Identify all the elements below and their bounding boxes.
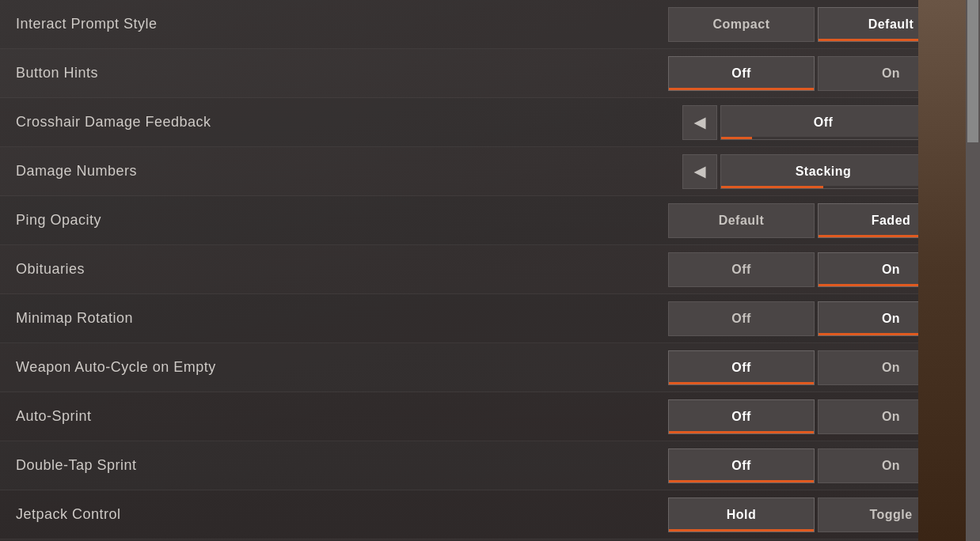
setting-row-damage-numbers: Damage Numbers◀Stacking▶: [0, 147, 980, 196]
setting-label-button-hints: Button Hints: [16, 65, 668, 81]
btn-interact-prompt-style-compact[interactable]: Compact: [668, 7, 815, 42]
setting-row-crosshair-damage-feedback: Crosshair Damage Feedback◀Off▶: [0, 98, 980, 147]
settings-panel: Interact Prompt StyleCompactDefaultButto…: [0, 0, 980, 541]
setting-row-obituaries: ObituariesOffOn: [0, 245, 980, 294]
setting-row-auto-sprint: Auto-SprintOffOn: [0, 392, 980, 441]
btn-jetpack-control-hold[interactable]: Hold: [668, 497, 815, 532]
btn-ping-opacity-default[interactable]: Default: [668, 203, 815, 238]
setting-row-double-tap-sprint: Double-Tap SprintOffOn: [0, 441, 980, 490]
setting-row-interact-prompt-style: Interact Prompt StyleCompactDefault: [0, 0, 980, 49]
scrollbar-thumb[interactable]: [967, 0, 978, 142]
btn-button-hints-off[interactable]: Off: [668, 56, 815, 91]
btn-damage-numbers-left[interactable]: ◀: [682, 154, 717, 189]
btn-crosshair-damage-feedback-value: Off: [720, 105, 926, 140]
setting-label-double-tap-sprint: Double-Tap Sprint: [16, 457, 668, 474]
btn-double-tap-sprint-off[interactable]: Off: [668, 448, 815, 483]
setting-label-crosshair-damage-feedback: Crosshair Damage Feedback: [16, 114, 682, 131]
setting-label-weapon-auto-cycle: Weapon Auto-Cycle on Empty: [16, 359, 668, 376]
btn-crosshair-damage-feedback-left[interactable]: ◀: [682, 105, 717, 140]
setting-row-ping-opacity: Ping OpacityDefaultFaded: [0, 196, 980, 245]
setting-label-ping-opacity: Ping Opacity: [16, 212, 668, 229]
btn-obituaries-off[interactable]: Off: [668, 252, 815, 287]
settings-list: Interact Prompt StyleCompactDefaultButto…: [0, 0, 980, 539]
setting-label-minimap-rotation: Minimap Rotation: [16, 310, 668, 327]
setting-row-weapon-auto-cycle: Weapon Auto-Cycle on EmptyOffOn: [0, 343, 980, 392]
setting-row-jetpack-control: Jetpack ControlHoldToggle: [0, 490, 980, 539]
btn-auto-sprint-off[interactable]: Off: [668, 399, 815, 434]
setting-row-minimap-rotation: Minimap RotationOffOn: [0, 294, 980, 343]
btn-damage-numbers-value: Stacking: [720, 154, 926, 189]
setting-label-interact-prompt-style: Interact Prompt Style: [16, 16, 668, 32]
btn-minimap-rotation-off[interactable]: Off: [668, 301, 815, 336]
setting-label-jetpack-control: Jetpack Control: [16, 506, 668, 523]
scrollbar[interactable]: [966, 0, 980, 541]
setting-label-auto-sprint: Auto-Sprint: [16, 408, 668, 425]
setting-label-damage-numbers: Damage Numbers: [16, 163, 682, 180]
btn-weapon-auto-cycle-off[interactable]: Off: [668, 350, 815, 385]
setting-row-button-hints: Button HintsOffOn: [0, 49, 980, 98]
setting-label-obituaries: Obituaries: [16, 261, 668, 278]
right-texture-panel: [918, 0, 966, 541]
